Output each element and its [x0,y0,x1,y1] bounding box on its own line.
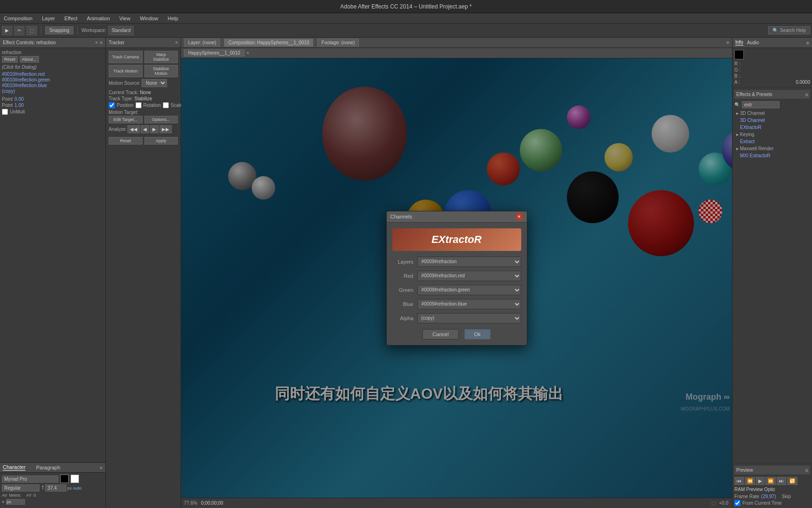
char-font-size[interactable] [45,484,66,492]
comp-zoom[interactable]: 77.6% [184,500,197,506]
char-y-value[interactable]: 0 [33,493,36,498]
preview-skip-fwd[interactable]: ⏭ [777,477,786,485]
preview-step-fwd[interactable]: ⏩ [765,477,776,485]
info-color-swatch[interactable] [734,50,744,59]
dialog-layers-select[interactable]: #0009#refraction [417,257,521,267]
tracker-motion-source-select[interactable]: None [142,79,167,87]
edit-target-btn[interactable]: Edit Target... [109,116,143,123]
effects-menu-icon[interactable]: ≡ [805,92,808,97]
comp-tab-close[interactable]: × [247,50,249,56]
ec-channel-0[interactable]: #0010#reflection.red [2,72,103,77]
comp-main-tab[interactable]: Composition: HappySpheres__1_0010 [224,39,313,47]
ec-unmult-checkbox[interactable] [2,109,8,115]
menu-animation[interactable]: Animation [85,15,112,22]
ec-reset-button[interactable]: Reset [2,56,18,63]
info-b-row: B : [734,73,810,79]
effects-keying-label: Keying [740,132,755,137]
menu-layer[interactable]: Layer [40,15,57,22]
ec-channel-2[interactable]: #0010#reflection.blue [2,83,103,88]
char-auto[interactable]: Auto [73,486,82,491]
right-tab-audio[interactable]: Audio [747,40,759,45]
char-tab-paragraph[interactable]: Paragraph [36,465,60,470]
toolbar-sep-1 [41,26,41,35]
comp-footer-icon-2[interactable]: +0.0 [719,500,728,506]
tool-btn-1[interactable]: ▶ [2,26,12,35]
track-motion-btn[interactable]: Track Motion [109,65,143,77]
tracker-current-track-label: Current Track: None [109,90,178,95]
char-color-box-light[interactable] [71,475,79,483]
search-help-box[interactable]: 🔍 Search Help [768,26,810,34]
right-tab-info[interactable]: Info [735,40,743,46]
ec-about-button[interactable]: About... [20,56,39,63]
menu-composition[interactable]: Composition [2,15,34,22]
dialog-blue-select[interactable]: #0009#refraction.blue [417,299,521,309]
effects-tree-3d-channel[interactable]: ▸ 3D Channel [734,110,810,116]
workspace-select[interactable]: Standard [108,26,134,35]
stabilize-motion-btn[interactable]: Stabilize Motion [144,65,178,77]
analyze-play-btn[interactable]: ▶ [150,125,159,133]
ec-channel-3[interactable]: (copy) [2,89,103,94]
comp-inner-tab[interactable]: HappySpheres__1_0010 [184,49,245,56]
menu-window[interactable]: Window [138,15,160,22]
analyze-prev-btn[interactable]: ◀ [141,125,149,133]
char-align-left[interactable]: ≡ [2,500,4,504]
tracker-position-check[interactable] [109,102,115,108]
dialog-ok-button[interactable]: Ok [464,329,491,339]
snapping-button[interactable]: Snapping [45,26,73,34]
effects-tree-extract[interactable]: Extract [734,138,810,145]
effects-tree-extractor[interactable]: EXtractoR [734,124,810,130]
tool-btn-2[interactable]: ✂ [14,26,24,35]
dialog-alpha-select[interactable]: (copy) [417,313,521,323]
preview-play[interactable]: ▶ [756,477,764,485]
ec-point2-label: Point [2,103,13,108]
ec-point2-value[interactable]: 1.00 [15,103,24,108]
from-current-checkbox[interactable] [734,500,740,506]
analyze-fwd-btn[interactable]: ▶▶ [159,125,172,133]
char-style-input[interactable] [2,484,40,492]
options-btn[interactable]: Options... [144,116,178,123]
char-tab-character[interactable]: Character [3,464,25,471]
effects-tree-keying[interactable]: ▸ Keying [734,131,810,137]
comp-menu-icon[interactable]: ≡ [726,40,729,45]
ec-point1-value[interactable]: 0.00 [15,97,24,102]
tracker-apply-btn[interactable]: Apply [144,137,178,145]
comp-footer-icon-1[interactable]: ⬚ [711,500,716,506]
ec-channel-1[interactable]: #0010#reflection.green [2,77,103,82]
effects-tree-mxi[interactable]: MXI ExtractoR [734,153,810,159]
char-panel-menu[interactable]: ≡ [100,465,103,470]
dialog-cancel-button[interactable]: Cancel [422,329,458,339]
preview-step-back[interactable]: ⏪ [745,477,755,485]
comp-timecode[interactable]: 0;00;00;00 [201,500,223,506]
dialog-close-button[interactable]: × [516,213,523,220]
menu-effect[interactable]: Effect [63,15,80,22]
dialog-red-select[interactable]: #0009#refraction.red [417,271,521,281]
analyze-back-btn[interactable]: ◀◀ [127,125,140,133]
menu-help[interactable]: Help [166,15,180,22]
dialog-green-select[interactable]: #0009#refraction.green [417,285,521,295]
right-panel-menu[interactable]: ≡ [806,40,809,46]
preview-loop[interactable]: 🔁 [787,477,797,485]
preview-skip-back[interactable]: ⏮ [734,477,744,485]
tool-btn-3[interactable]: ⬚ [26,26,37,35]
effects-tree-maxwell[interactable]: ▸ Maxwell Render [734,145,810,152]
ram-preview-label: RAM Preview Optic [734,487,810,492]
char-px-input[interactable] [6,499,25,505]
effect-controls-close[interactable]: × [95,40,98,45]
track-camera-btn[interactable]: Track Camera [109,51,143,63]
frame-rate-value[interactable]: (29.97) [761,494,776,499]
tracker-scale-check[interactable] [163,102,169,108]
tracker-rotation-check[interactable] [135,102,142,108]
comp-footage-tab[interactable]: Footage: (none) [317,39,359,47]
char-color-box-dark[interactable] [60,475,69,483]
warp-stabilize-btn[interactable]: Warp Stabilize [144,51,178,63]
comp-layer-tab[interactable]: Layer: (none) [184,39,220,47]
effect-controls-menu[interactable]: ≡ [100,40,103,45]
menu-view[interactable]: View [118,15,133,22]
preview-menu-icon[interactable]: ≡ [805,468,808,473]
effects-tree-3d-channel-sub[interactable]: 3D Channel [734,117,810,123]
tracker-close[interactable]: × [175,40,178,45]
tracker-reset-btn[interactable]: Reset [109,137,143,145]
char-font-input[interactable] [2,476,58,483]
dialog-green-label: Green [392,287,414,293]
effects-search-input[interactable] [742,101,780,108]
